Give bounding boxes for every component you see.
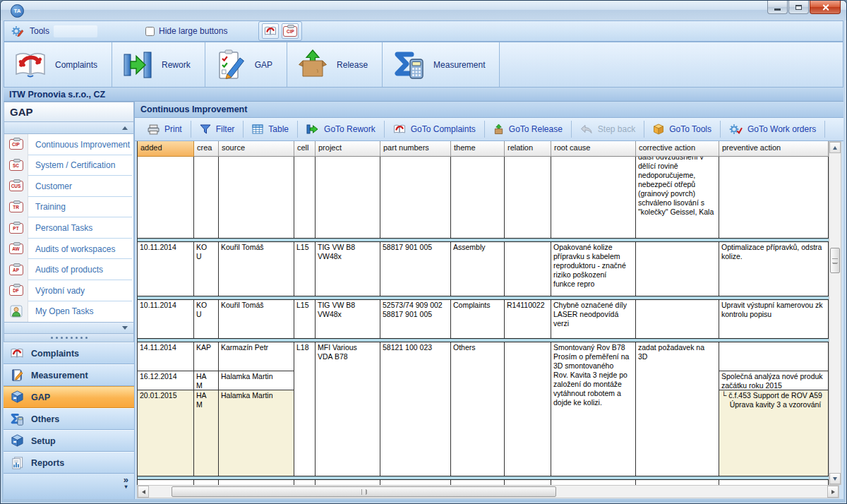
big-complaints-button[interactable]: Complaints (4, 42, 112, 87)
filter-button[interactable]: Filter (191, 121, 244, 138)
step-back-button[interactable]: Step back (572, 121, 644, 138)
table-row[interactable]: 10.11.2014 KO U Kouřil Tomáš L15 TIG VW … (138, 300, 829, 338)
sidebar-item-audits-of-workspaces[interactable]: AW Audits of workspaces (4, 239, 133, 260)
column-header-corrective-action[interactable]: corrective action (636, 141, 719, 157)
nav-measurement[interactable]: Measurement (4, 364, 134, 386)
big-measurement-button[interactable]: Measurement (383, 42, 500, 87)
scroll-left-button[interactable] (138, 486, 149, 498)
cell-cell: L15 (294, 242, 316, 296)
section-title: Continuous Improvement (140, 104, 247, 114)
sidebar-item-personal-tasks[interactable]: PT Personal Tasks (4, 217, 133, 239)
nav-others[interactable]: Others (4, 408, 134, 430)
title-bar[interactable]: TA (1, 1, 846, 20)
tools-menu-label: Tools (30, 26, 49, 36)
sidebar-item-label: My Open Tasks (35, 306, 93, 316)
cell-added: 10.11.2014 (138, 242, 194, 296)
column-header-crea[interactable]: crea (194, 141, 219, 157)
release-box-icon (493, 124, 504, 135)
step-back-arrow-icon (580, 124, 593, 134)
complaints-book-phone-icon (14, 50, 47, 80)
sidebar-item-continuous-improvement[interactable]: CIP Continuous Improvement (4, 134, 133, 155)
big-button-label: GAP (255, 60, 272, 70)
nav-label: Complaints (31, 349, 79, 359)
sidebar-item-audits-of-products[interactable]: AP Audits of products (4, 259, 133, 280)
vertical-scroll-thumb[interactable] (830, 248, 840, 273)
sidebar-item-my-open-tasks[interactable]: My Open Tasks (4, 301, 133, 323)
cell-added: 16.12.2014 (138, 371, 193, 390)
nav-gap[interactable]: GAP (4, 386, 134, 408)
column-header-added[interactable]: added (138, 141, 194, 157)
column-header-cell[interactable]: cell (294, 141, 316, 157)
scroll-right-icon (831, 490, 835, 494)
big-release-button[interactable]: Release (287, 42, 383, 87)
column-header-part-numbers[interactable]: part numbers (380, 141, 451, 157)
sidebar-collapse-strip[interactable]: »▾ (4, 474, 134, 499)
cell-relation (505, 242, 551, 296)
nav-setup[interactable]: Setup (4, 430, 134, 452)
scroll-up-button[interactable] (829, 142, 841, 153)
sidebar-splitter-handle[interactable] (4, 334, 134, 342)
print-button[interactable]: Print (139, 121, 191, 138)
app-icon[interactable]: TA (11, 4, 24, 18)
sidebar-scroll-down[interactable] (4, 322, 134, 334)
table-row-group[interactable]: 14.11.2014 16.12.2014 20.01.2015 KAP HA … (138, 342, 829, 476)
cell-source: Kouřil Tomáš (219, 300, 294, 338)
scroll-right-button[interactable] (827, 486, 839, 498)
section-header: Continuous Improvement (135, 102, 843, 118)
big-gap-button[interactable]: GAP (205, 42, 287, 87)
cell-cell: L18 (294, 342, 316, 476)
column-header-root-cause[interactable]: root cause (551, 141, 636, 157)
sidebar-item-customer[interactable]: CUS Customer (4, 176, 133, 197)
hide-large-buttons-checkbox[interactable] (145, 27, 155, 36)
minimize-button[interactable] (767, 1, 788, 14)
df-badge-icon: DF (9, 285, 23, 296)
cell-crea: KO U (194, 242, 219, 296)
tools-menu[interactable]: Tools (11, 25, 49, 37)
column-header-relation[interactable]: relation (505, 141, 551, 157)
sidebar-item-label: System / Certification (35, 160, 115, 170)
sidebar-item-vyrobni-vady[interactable]: DF Výrobní vady (4, 280, 133, 301)
table-button[interactable]: Table (244, 121, 298, 138)
sidebar-panel-title: GAP (4, 102, 134, 122)
cell-root-cause: Chybně označené díly LASER neodpovídá ve… (551, 300, 636, 338)
cell-preventive-action-stack: Společná analýza nové produk začátku rok… (719, 342, 829, 476)
goto-release-button[interactable]: GoTo Release (485, 121, 572, 138)
minimize-icon (774, 8, 781, 11)
cell-theme: Complaints (451, 300, 505, 338)
table-header-row: added crea source cell project part numb… (138, 141, 829, 157)
sidebar-item-training[interactable]: TR Training (4, 197, 133, 218)
tools-recess-area (54, 25, 97, 37)
column-header-theme[interactable]: theme (451, 141, 505, 157)
nav-complaints[interactable]: Complaints (4, 342, 134, 364)
main-area: Continuous Improvement Print Filter Tabl… (135, 102, 843, 499)
cell-root-cause: Opakované kolize přípravku s kabelem rep… (551, 242, 636, 296)
table-row[interactable]: 10.11.2014 KO U Kouřil Tomáš L15 TIG VW … (138, 242, 829, 296)
maximize-button[interactable] (788, 1, 809, 14)
close-button[interactable] (810, 1, 841, 14)
table-row[interactable]: další odvzdušnění v dělící rovině nedopo… (138, 157, 829, 238)
cell-crea: KO U (194, 300, 219, 338)
cube-table-icon (9, 390, 25, 404)
big-rework-button[interactable]: Rework (112, 42, 205, 87)
column-header-project[interactable]: project (316, 141, 380, 157)
vertical-scrollbar[interactable] (829, 141, 841, 485)
sidebar-scroll-up[interactable] (4, 122, 134, 134)
goto-rework-button[interactable]: GoTo Rework (298, 121, 385, 138)
big-button-label: Measurement (433, 60, 485, 70)
goto-complaints-button[interactable]: GoTo Complaints (385, 121, 485, 138)
goto-tools-button[interactable]: GoTo Tools (644, 121, 721, 138)
cell-project: TIG VW B8 VW48x (316, 300, 380, 338)
sidebar-item-system-certification[interactable]: SC System / Certification (4, 155, 133, 176)
big-button-label: Rework (162, 60, 191, 70)
module-buttons-bar: Complaints Rework GAP Release Measuremen… (4, 42, 843, 88)
cip-badge-icon: CIP (283, 26, 297, 37)
quick-complaints-button[interactable] (262, 23, 279, 39)
horizontal-scroll-thumb[interactable] (172, 486, 556, 497)
scroll-down-button[interactable] (829, 473, 841, 484)
horizontal-scrollbar[interactable] (137, 485, 839, 498)
nav-reports[interactable]: Reports (4, 452, 134, 474)
column-header-source[interactable]: source (219, 141, 294, 157)
column-header-preventive-action[interactable]: preventive action (719, 141, 829, 157)
quick-cip-button[interactable]: CIP (282, 23, 299, 39)
goto-work-orders-button[interactable]: GoTo Work orders (721, 121, 825, 138)
